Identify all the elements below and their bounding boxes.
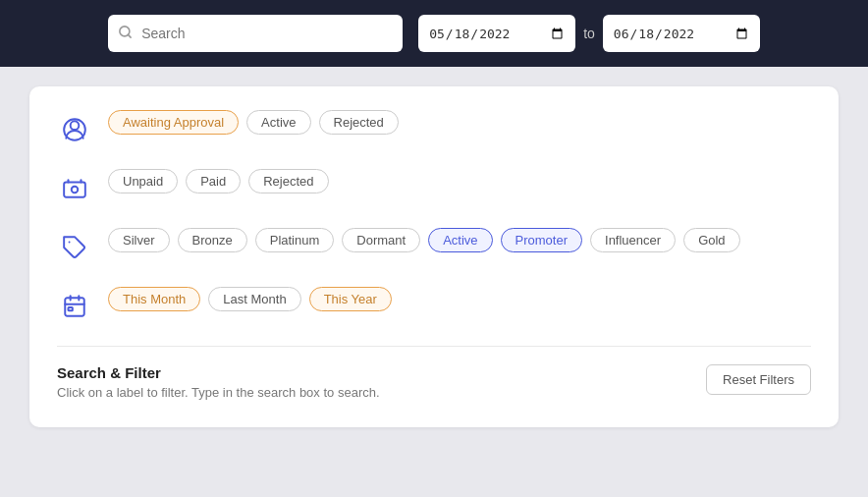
- filter-card: Awaiting Approval Active Rejected Unpaid…: [29, 86, 839, 427]
- footer-description: Click on a label to filter. Type in the …: [57, 385, 380, 400]
- tag-gold[interactable]: Gold: [683, 228, 739, 252]
- footer-row: Search & Filter Click on a label to filt…: [57, 364, 811, 400]
- user-status-tags: Awaiting Approval Active Rejected: [108, 110, 399, 135]
- tag-silver[interactable]: Silver: [108, 228, 170, 252]
- search-wrapper: [108, 15, 403, 52]
- tag-active[interactable]: Active: [246, 110, 310, 135]
- payment-icon: [57, 171, 92, 206]
- user-status-row: Awaiting Approval Active Rejected: [57, 110, 811, 147]
- payment-status-tags: Unpaid Paid Rejected: [108, 169, 329, 193]
- svg-rect-4: [64, 183, 85, 197]
- user-icon: [57, 112, 92, 147]
- tag-this-year[interactable]: This Year: [309, 287, 392, 311]
- svg-rect-13: [69, 307, 73, 310]
- date-from-input[interactable]: [418, 15, 575, 52]
- tag-promoter[interactable]: Promoter: [501, 228, 582, 252]
- tag-rejected[interactable]: Rejected: [319, 110, 399, 135]
- payment-status-row: Unpaid Paid Rejected: [57, 169, 811, 206]
- main-content: Awaiting Approval Active Rejected Unpaid…: [0, 67, 868, 447]
- tag-paid[interactable]: Paid: [186, 169, 241, 193]
- reset-filters-button[interactable]: Reset Filters: [706, 364, 811, 395]
- time-filter-tags: This Month Last Month This Year: [108, 287, 392, 311]
- footer-title: Search & Filter: [57, 364, 380, 381]
- tier-status-tags: Silver Bronze Platinum Dormant Active Pr…: [108, 228, 740, 252]
- tier-status-row: Silver Bronze Platinum Dormant Active Pr…: [57, 228, 811, 265]
- to-label: to: [583, 26, 595, 41]
- tag-last-month[interactable]: Last Month: [208, 287, 300, 311]
- tag-platinum[interactable]: Platinum: [255, 228, 335, 252]
- tag-this-month[interactable]: This Month: [108, 287, 200, 311]
- calendar-icon: [57, 289, 92, 324]
- time-filter-row: This Month Last Month This Year: [57, 287, 811, 324]
- divider: [57, 346, 811, 347]
- search-input[interactable]: [108, 15, 403, 52]
- svg-point-5: [72, 187, 79, 193]
- svg-point-2: [71, 121, 80, 130]
- tag-bronze[interactable]: Bronze: [178, 228, 247, 252]
- svg-line-1: [129, 34, 132, 37]
- search-icon: [118, 25, 133, 42]
- tag-payment-rejected[interactable]: Rejected: [248, 169, 328, 193]
- tag-unpaid[interactable]: Unpaid: [108, 169, 178, 193]
- date-range: to: [418, 15, 760, 52]
- tag-icon: [57, 230, 92, 265]
- tag-tier-active[interactable]: Active: [428, 228, 492, 252]
- tag-awaiting-approval[interactable]: Awaiting Approval: [108, 110, 239, 135]
- tag-influencer[interactable]: Influencer: [590, 228, 676, 252]
- tag-dormant[interactable]: Dormant: [342, 228, 420, 252]
- date-to-input[interactable]: [603, 15, 760, 52]
- footer-text: Search & Filter Click on a label to filt…: [57, 364, 380, 400]
- top-bar: to: [0, 0, 868, 67]
